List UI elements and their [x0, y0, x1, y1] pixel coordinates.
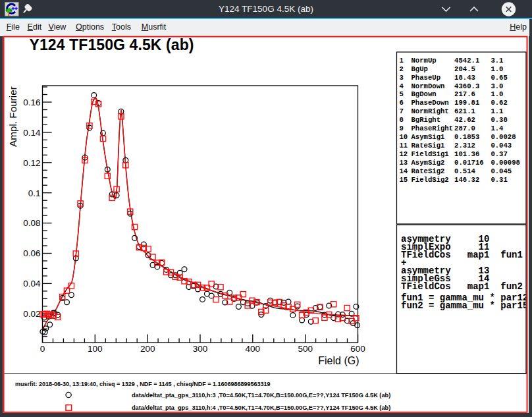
svg-text:0.12: 0.12 [23, 158, 40, 168]
svg-text:18.43: 18.43 [454, 74, 475, 82]
svg-text:data/deltat_pta_gps_3110,h:4 ,: data/deltat_pta_gps_3110,h:4 ,T0=4.50K,T… [132, 404, 390, 411]
svg-text:PhaseUp: PhaseUp [412, 74, 441, 82]
svg-text:217.6: 217.6 [454, 90, 475, 98]
svg-text:RateSig2: RateSig2 [412, 167, 445, 175]
svg-text:101.36: 101.36 [454, 150, 479, 158]
svg-text:287.0: 287.0 [454, 125, 475, 132]
svg-text:0.04: 0.04 [23, 279, 41, 289]
svg-text:0.514: 0.514 [454, 167, 475, 175]
svg-text:TFieldCos map1 fun1: TFieldCos map1 fun1 [401, 250, 523, 260]
svg-text:0.16: 0.16 [23, 97, 40, 107]
svg-text:100: 100 [88, 344, 103, 354]
svg-text:300: 300 [193, 344, 208, 354]
svg-text:TFieldCos map1 fun2: TFieldCos map1 fun2 [401, 281, 523, 292]
svg-text:musrfit: 2018-06-30, 13:19:40,: musrfit: 2018-06-30, 13:19:40, chisq = 1… [15, 381, 270, 387]
svg-text:0.1: 0.1 [28, 188, 41, 198]
svg-text:RateSig1: RateSig1 [412, 142, 445, 150]
svg-text:1.4: 1.4 [491, 125, 504, 132]
svg-text:0.37: 0.37 [491, 150, 507, 158]
svg-text:3.0: 3.0 [491, 82, 503, 90]
svg-text:500: 500 [298, 344, 313, 354]
svg-text:FieldSig1: FieldSig1 [412, 150, 449, 158]
svg-text:10: 10 [399, 133, 408, 141]
svg-text:12: 12 [399, 150, 408, 158]
svg-text:0.045: 0.045 [491, 167, 512, 175]
svg-text:Ampl. Fourier: Ampl. Fourier [7, 86, 18, 147]
svg-text:fun2 = gamma_mu * par15: fun2 = gamma_mu * par15 [401, 300, 528, 311]
svg-text:data/deltat_pta_gps_3110,h:3 ,: data/deltat_pta_gps_3110,h:3 ,T0=4.50K,T… [132, 392, 390, 399]
svg-text:8: 8 [399, 116, 403, 124]
svg-text:FieldSig2: FieldSig2 [412, 176, 449, 184]
svg-text:9: 9 [399, 125, 403, 132]
svg-text:4360.3: 4360.3 [454, 82, 479, 90]
svg-text:0.62: 0.62 [491, 99, 507, 107]
svg-text:NormDown: NormDown [412, 82, 445, 90]
svg-text:13: 13 [399, 159, 408, 167]
svg-text:1.0: 1.0 [491, 65, 503, 73]
svg-text:0.00098: 0.00098 [491, 159, 520, 167]
svg-text:NormUp: NormUp [412, 57, 437, 65]
svg-text:14: 14 [399, 167, 408, 175]
svg-text:0.08: 0.08 [23, 218, 40, 228]
svg-text:0.65: 0.65 [491, 74, 507, 82]
svg-text:0: 0 [40, 344, 45, 354]
svg-text:BgRight: BgRight [412, 116, 441, 124]
svg-text:621.1: 621.1 [454, 107, 475, 115]
svg-text:199.81: 199.81 [454, 99, 479, 107]
svg-text:146.32: 146.32 [454, 176, 479, 184]
svg-text:Y124 TF150G 4.5K (ab): Y124 TF150G 4.5K (ab) [30, 36, 194, 53]
svg-text:0.01716: 0.01716 [454, 159, 484, 167]
svg-text:400: 400 [246, 344, 261, 354]
svg-text:200: 200 [140, 344, 155, 354]
svg-text:3: 3 [399, 74, 403, 82]
svg-text:1.1: 1.1 [491, 107, 503, 115]
svg-text:AsymSig2: AsymSig2 [412, 159, 445, 167]
svg-text:0.02: 0.02 [23, 309, 40, 319]
svg-text:PhaseDown: PhaseDown [412, 99, 449, 107]
svg-text:0.0028: 0.0028 [491, 133, 516, 141]
svg-text:2: 2 [399, 65, 403, 73]
svg-text:2.312: 2.312 [454, 142, 475, 150]
svg-text:0.06: 0.06 [23, 248, 40, 258]
svg-text:NormRight: NormRight [412, 107, 449, 115]
svg-text:0.38: 0.38 [491, 116, 507, 124]
svg-text:6: 6 [399, 99, 403, 107]
svg-text:204.5: 204.5 [454, 65, 475, 73]
svg-text:PhaseRight: PhaseRight [412, 125, 454, 132]
svg-text:1.0: 1.0 [491, 90, 503, 98]
svg-text:0.14: 0.14 [23, 128, 41, 138]
svg-text:4: 4 [399, 82, 404, 90]
svg-text:15: 15 [399, 176, 408, 184]
svg-text:11: 11 [399, 142, 408, 150]
svg-text:3.1: 3.1 [491, 57, 503, 65]
svg-text:4542.1: 4542.1 [454, 57, 479, 65]
svg-text:7: 7 [399, 107, 403, 115]
svg-text:BgUp: BgUp [412, 65, 428, 73]
svg-text:1: 1 [399, 57, 403, 65]
svg-text:42.62: 42.62 [454, 116, 475, 124]
svg-text:0.31: 0.31 [491, 176, 507, 184]
svg-text:Field (G): Field (G) [318, 355, 359, 366]
svg-text:600: 600 [350, 344, 365, 354]
svg-text:0.043: 0.043 [491, 142, 512, 150]
svg-text:0.1853: 0.1853 [454, 133, 479, 141]
svg-text:5: 5 [399, 90, 403, 98]
svg-text:AsymSig1: AsymSig1 [412, 133, 445, 141]
svg-text:BgDown: BgDown [412, 90, 437, 98]
